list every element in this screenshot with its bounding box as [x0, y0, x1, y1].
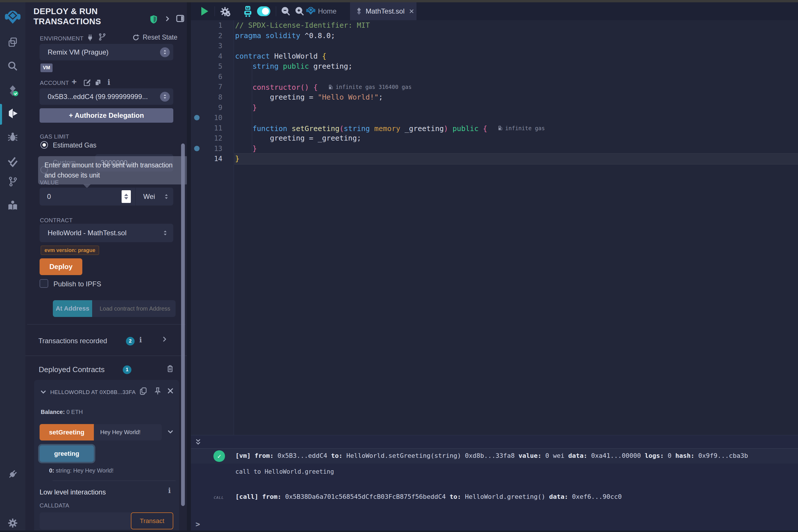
solidity-compiler-icon[interactable]: [6, 84, 20, 98]
edit-account-icon[interactable]: [83, 78, 91, 88]
section-divider: [27, 324, 185, 324]
breakpoint-dot[interactable]: [194, 146, 200, 151]
value-tooltip: Enter an amount to be sent with transact…: [38, 156, 188, 185]
editor-area: Home MathTest.sol 1// SPDX-License-Ident…: [191, 2, 798, 532]
environment-value: Remix VM (Prague): [48, 48, 109, 56]
select-caret-icon: [160, 92, 170, 101]
refresh-icon: [132, 34, 140, 41]
code-lines[interactable]: 1// SPDX-License-Identifier: MIT2pragma …: [191, 2, 798, 435]
balance-label: Balance:: [41, 409, 65, 415]
calldata-input[interactable]: [40, 512, 131, 529]
success-check-icon: ✓: [214, 450, 225, 462]
account-value: 0x5B3...eddC4 (99.999999999...: [48, 93, 148, 101]
panel-resize-handle[interactable]: [187, 2, 191, 532]
pin-panel-icon[interactable]: [175, 14, 185, 24]
terminal-prompt[interactable]: >: [196, 520, 200, 529]
gas-limit-label: GAS LIMIT: [40, 133, 69, 140]
panel-scrollbar[interactable]: [181, 144, 185, 506]
balance-value: 0 ETH: [67, 409, 83, 415]
deployed-contracts-label: Deployed Contracts: [39, 365, 105, 374]
select-caret-icon: [160, 48, 170, 57]
at-address-button[interactable]: At Address: [53, 300, 92, 317]
gas-estimate-annotation: infinite gas: [498, 123, 545, 133]
authorize-delegation-button[interactable]: + Authorize Delegation: [40, 108, 173, 123]
publish-ipfs-label: Publish to IPFS: [53, 280, 101, 288]
terminal: ✓ [vm] from: 0x5B3...eddC4 to: HelloWorl…: [191, 435, 798, 532]
remix-logo[interactable]: [3, 9, 22, 25]
active-plugin-indicator: [0, 104, 2, 125]
search-icon[interactable]: [6, 59, 20, 73]
collapse-contract-icon[interactable]: [39, 388, 48, 397]
pin-contract-icon[interactable]: [153, 386, 162, 397]
balance-row: Balance: 0 ETH: [41, 409, 83, 415]
low-level-info-icon[interactable]: i: [168, 487, 171, 495]
unit-testing-icon[interactable]: [6, 154, 20, 168]
publish-ipfs-checkbox[interactable]: [40, 279, 48, 288]
learneth-icon[interactable]: [6, 198, 20, 212]
transactions-info-icon[interactable]: i: [139, 336, 142, 344]
copy-address-icon[interactable]: [138, 386, 148, 397]
vm-badge: VM: [40, 63, 53, 72]
plugin-manager-icon[interactable]: [6, 467, 20, 481]
contract-label: CONTRACT: [40, 217, 73, 224]
deployed-count-badge: 1: [123, 365, 131, 374]
transactions-expand-icon[interactable]: [161, 335, 168, 345]
trash-icon[interactable]: [166, 364, 174, 374]
account-label: ACCOUNT: [40, 80, 69, 86]
section-divider: [25, 356, 187, 356]
deploy-run-icon[interactable]: [6, 107, 20, 120]
debugger-icon[interactable]: [6, 130, 20, 144]
contract-select[interactable]: HelloWorld - MathTest.sol: [40, 224, 173, 242]
select-caret-icon: [165, 194, 168, 199]
window-top-strip: [0, 0, 798, 2]
terminal-line-vm[interactable]: [vm] from: 0x5B3...eddC4 to: HelloWorld.…: [235, 452, 748, 459]
environment-plug-icon[interactable]: [86, 34, 94, 43]
git-icon[interactable]: [6, 175, 20, 189]
set-greeting-button[interactable]: setGreeting: [40, 424, 94, 440]
calldata-label: CALLDATA: [40, 502, 69, 509]
greeting-button[interactable]: greeting: [40, 445, 94, 462]
copy-account-icon[interactable]: [94, 78, 102, 88]
terminal-line-call[interactable]: [call] from: 0x5B38Da6a701c568545dCfcB03…: [235, 493, 622, 500]
low-level-label: Low level interactions: [40, 488, 106, 496]
evm-version-badge: evm version: prague: [41, 246, 99, 255]
deploy-run-panel: DEPLOY & RUN TRANSACTIONS ENVIRONMENT Re…: [25, 2, 187, 532]
gas-estimate-annotation: infinite gas 316400 gas: [329, 82, 412, 92]
reset-state-button[interactable]: Reset State: [132, 34, 177, 41]
account-info-icon[interactable]: i: [108, 78, 110, 87]
deployed-contract-card: HELLOWORLD AT 0XD8B...33FA Balance: 0 ET…: [34, 380, 179, 532]
contract-value: HelloWorld - MathTest.sol: [48, 229, 127, 237]
value-stepper[interactable]: [122, 190, 131, 203]
icon-rail: [0, 2, 26, 532]
transact-button[interactable]: Transact: [131, 512, 173, 529]
breakpoint-dot[interactable]: [194, 115, 200, 120]
greeting-output: 0: string: Hey Hey World!: [49, 467, 113, 474]
environment-select[interactable]: Remix VM (Prague): [40, 44, 173, 60]
value-input[interactable]: [40, 188, 135, 206]
remove-contract-icon[interactable]: [166, 387, 174, 396]
at-address-input[interactable]: [92, 300, 175, 317]
deploy-button[interactable]: Deploy: [40, 258, 82, 275]
output-value: string: Hey Hey World!: [56, 467, 113, 474]
collapse-panel-icon[interactable]: [164, 15, 171, 24]
page-title: DEPLOY & RUN TRANSACTIONS: [34, 6, 158, 26]
settings-gear-icon[interactable]: [6, 516, 20, 530]
value-unit: Wei: [143, 192, 155, 201]
transactions-count-badge: 2: [126, 337, 135, 345]
add-account-icon[interactable]: +: [72, 77, 77, 87]
environment-fork-icon[interactable]: [98, 33, 106, 42]
contract-instance-title[interactable]: HELLOWORLD AT 0XD8B...33FA: [50, 389, 137, 396]
expand-args-icon[interactable]: [166, 428, 174, 436]
file-explorer-icon[interactable]: [6, 35, 20, 49]
shield-icon[interactable]: [149, 15, 158, 25]
value-label: VALUE: [40, 179, 59, 186]
account-select[interactable]: 0x5B3...eddC4 (99.999999999...: [40, 88, 173, 105]
terminal-line-call-to[interactable]: call to HelloWorld.greeting: [235, 468, 334, 475]
window-bottom-strip: [0, 531, 798, 532]
set-greeting-input[interactable]: [94, 424, 162, 440]
select-caret-icon: [164, 230, 167, 235]
terminal-vm-row[interactable]: ✓ [vm] from: 0x5B3...eddC4 to: HelloWorl…: [191, 448, 798, 463]
estimated-gas-radio[interactable]: [40, 141, 48, 149]
terminal-collapse-icon[interactable]: [194, 438, 202, 448]
value-unit-select[interactable]: Wei: [136, 188, 173, 206]
